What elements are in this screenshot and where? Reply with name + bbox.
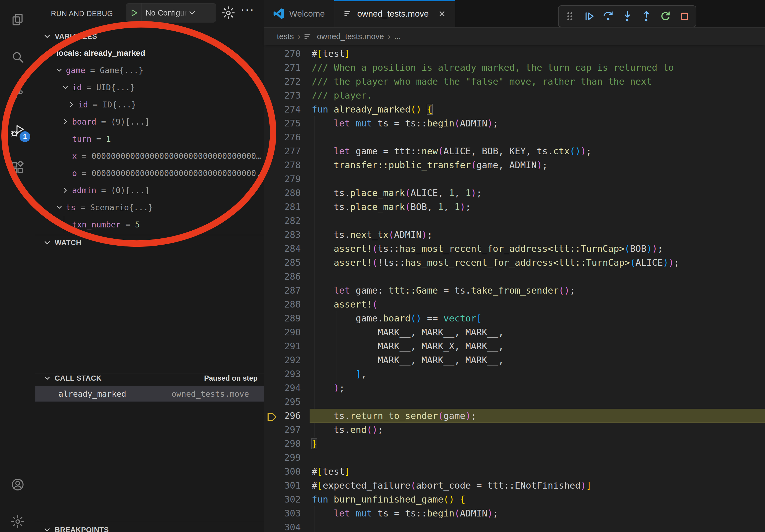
start-debug-button[interactable] — [126, 3, 142, 22]
chevron-right-icon[interactable] — [68, 101, 78, 109]
line-number-gutter[interactable]: 287 — [264, 283, 301, 297]
line-number-gutter[interactable]: 273 — [264, 89, 301, 102]
variables-scope-row[interactable]: locals: already_marked — [35, 45, 264, 62]
chevron-right-icon: › — [298, 32, 300, 41]
activity-item-run-and-debug[interactable]: 1 — [0, 116, 35, 146]
line-number-gutter[interactable]: 304 — [264, 520, 301, 532]
code-line-text — [310, 520, 765, 532]
breadcrumb-item[interactable]: owned_tests.move — [317, 32, 384, 41]
more-actions-button[interactable]: ··· — [241, 3, 255, 16]
variable-row[interactable]: x = 0000000000000000000000000000000000… — [35, 147, 264, 164]
variables-section-header[interactable]: VARIABLES — [35, 29, 264, 44]
activity-item-settings[interactable] — [0, 507, 35, 532]
activity-item-search[interactable] — [0, 42, 35, 72]
variable-row[interactable]: id = UID{...} — [35, 79, 264, 96]
variable-row[interactable]: turn = 1 — [35, 130, 264, 147]
variable-name: o — [72, 168, 77, 178]
line-number-gutter[interactable]: 291 — [264, 339, 301, 353]
activity-item-extensions[interactable] — [0, 153, 35, 183]
code-line-text — [310, 395, 765, 409]
chevron-right-icon[interactable] — [61, 186, 72, 194]
line-number-gutter[interactable]: 288 — [264, 297, 301, 311]
step-out-button[interactable] — [638, 9, 654, 24]
line-number-gutter[interactable]: 276 — [264, 130, 301, 144]
line-number-gutter[interactable]: 275 — [264, 116, 301, 130]
breadcrumb-item[interactable]: ... — [394, 32, 401, 41]
stop-button[interactable] — [677, 9, 692, 24]
line-number-gutter[interactable]: 297 — [264, 423, 301, 437]
line-number-gutter[interactable]: 299 — [264, 450, 301, 464]
debug-config-dropdown[interactable]: No Configur — [126, 3, 216, 23]
line-number-gutter[interactable]: 292 — [264, 353, 301, 367]
variable-row[interactable]: admin = (0)[...] — [35, 182, 264, 199]
breadcrumb-item[interactable]: tests — [277, 32, 294, 41]
tab-welcome[interactable]: Welcome — [264, 0, 334, 27]
variable-row[interactable]: game = Game{...} — [35, 62, 264, 79]
variable-row[interactable]: o = 0000000000000000000000000000000000. — [35, 164, 264, 182]
variable-row[interactable]: ts = Scenario{...} — [35, 199, 264, 216]
stack-frame-file: owned_tests.move — [172, 389, 249, 399]
step-over-button[interactable] — [600, 9, 616, 24]
chevron-down-icon — [43, 238, 51, 247]
line-number-gutter[interactable]: 303 — [264, 506, 301, 520]
chevron-down-icon[interactable] — [61, 83, 72, 91]
editor-group: Welcomeowned_tests.move tests›owned_test… — [264, 0, 765, 532]
call-stack-label: CALL STACK — [55, 374, 102, 383]
code-line: 281 ts.place_mark(BOB, 1, 1); — [264, 200, 765, 214]
call-stack-frame-row[interactable]: already_marked owned_tests.move — [35, 386, 264, 401]
variable-row[interactable]: id = ID{...} — [35, 96, 264, 113]
step-into-button[interactable] — [619, 9, 635, 24]
line-number-gutter[interactable]: 300 — [264, 464, 301, 478]
line-number-gutter[interactable]: 281 — [264, 200, 301, 214]
line-number-gutter[interactable]: 283 — [264, 228, 301, 242]
variable-row[interactable]: txn_number = 5 — [35, 216, 264, 233]
chevron-down-icon[interactable] — [55, 203, 66, 211]
line-number-gutter[interactable]: 284 — [264, 242, 301, 256]
line-number-gutter[interactable]: 279 — [264, 172, 301, 186]
line-number-gutter[interactable]: 285 — [264, 256, 301, 269]
code-line: 284 assert!(ts::has_most_recent_for_addr… — [264, 242, 765, 256]
line-number-gutter[interactable]: 290 — [264, 325, 301, 339]
toolbar-drag-handle[interactable] — [562, 9, 578, 24]
breakpoints-section-header[interactable]: BREAKPOINTS — [35, 522, 264, 532]
code-line-text: ts.end(); — [310, 423, 765, 437]
line-number-gutter[interactable]: 302 — [264, 492, 301, 506]
line-number-gutter[interactable]: 294 — [264, 381, 301, 395]
restart-button[interactable] — [658, 9, 673, 24]
line-number-gutter[interactable]: 301 — [264, 478, 301, 492]
line-number-gutter[interactable]: 286 — [264, 269, 301, 283]
line-number-gutter[interactable]: 270 — [264, 47, 301, 61]
watch-section-header[interactable]: WATCH — [35, 235, 264, 250]
line-number-gutter[interactable]: 293 — [264, 367, 301, 381]
line-number-gutter[interactable]: 280 — [264, 186, 301, 200]
line-number-gutter[interactable]: 296 — [264, 409, 301, 423]
code-line: 298} — [264, 437, 765, 450]
code-line: 277 let game = ttt::new(ALICE, BOB, KEY,… — [264, 144, 765, 158]
line-number-gutter[interactable]: 278 — [264, 158, 301, 172]
tab-owned-tests-move[interactable]: owned_tests.move — [334, 0, 455, 27]
line-number-gutter[interactable]: 289 — [264, 311, 301, 325]
code-line: 303 let mut ts = ts::begin(ADMIN); — [264, 506, 765, 520]
tab-label: owned_tests.move — [357, 9, 429, 19]
activity-item-source-control[interactable] — [0, 79, 35, 109]
line-number-gutter[interactable]: 295 — [264, 395, 301, 409]
line-number-gutter[interactable]: 272 — [264, 75, 301, 89]
code-editor[interactable]: 270#[test]271/// When a position is alre… — [264, 45, 765, 532]
call-stack-section-header[interactable]: CALL STACK Paused on step — [35, 371, 264, 386]
debug-settings-gear-button[interactable] — [220, 5, 237, 21]
line-number-gutter[interactable]: 271 — [264, 61, 301, 75]
equals-sign: = — [88, 100, 102, 109]
chevron-down-icon[interactable] — [46, 49, 56, 57]
continue-button[interactable] — [581, 9, 597, 24]
line-number-gutter[interactable]: 277 — [264, 144, 301, 158]
activity-item-account[interactable] — [0, 470, 35, 499]
chevron-down-icon[interactable] — [55, 66, 66, 74]
line-number-gutter[interactable]: 298 — [264, 437, 301, 450]
chevron-right-icon[interactable] — [61, 118, 72, 126]
activity-item-explorer[interactable] — [0, 5, 35, 34]
line-number-gutter[interactable]: 274 — [264, 102, 301, 116]
variable-row[interactable]: board = (9)[...] — [35, 113, 264, 130]
line-number-gutter[interactable]: 282 — [264, 214, 301, 228]
chevron-down-icon — [188, 8, 197, 17]
close-icon[interactable] — [438, 10, 446, 18]
